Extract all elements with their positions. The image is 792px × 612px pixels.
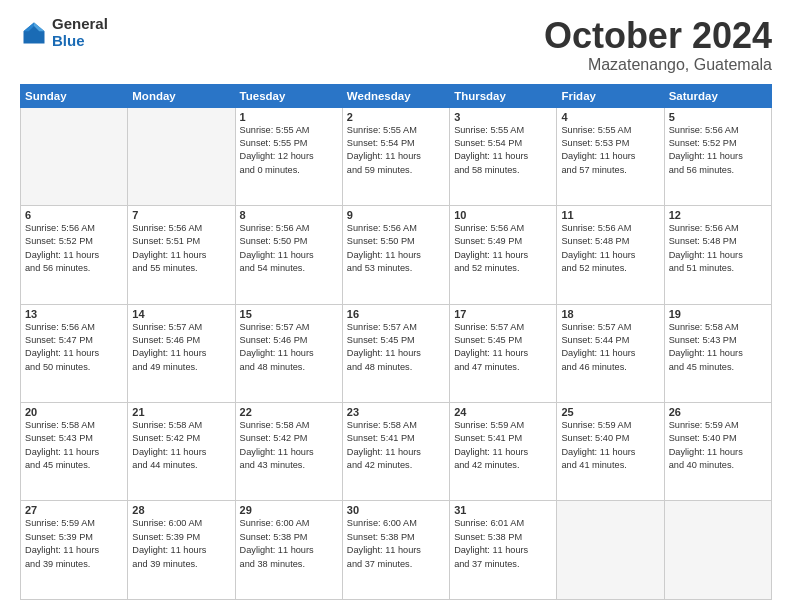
calendar-cell: 17Sunrise: 5:57 AM Sunset: 5:45 PM Dayli… (450, 304, 557, 402)
day-number: 15 (240, 308, 338, 320)
weekday-header-wednesday: Wednesday (342, 84, 449, 107)
day-info: Sunrise: 5:57 AM Sunset: 5:44 PM Dayligh… (561, 321, 659, 374)
calendar-cell: 5Sunrise: 5:56 AM Sunset: 5:52 PM Daylig… (664, 107, 771, 205)
day-info: Sunrise: 5:55 AM Sunset: 5:54 PM Dayligh… (347, 124, 445, 177)
day-info: Sunrise: 5:55 AM Sunset: 5:54 PM Dayligh… (454, 124, 552, 177)
calendar-cell: 4Sunrise: 5:55 AM Sunset: 5:53 PM Daylig… (557, 107, 664, 205)
calendar-table: SundayMondayTuesdayWednesdayThursdayFrid… (20, 84, 772, 600)
day-info: Sunrise: 6:01 AM Sunset: 5:38 PM Dayligh… (454, 517, 552, 570)
calendar-cell: 28Sunrise: 6:00 AM Sunset: 5:39 PM Dayli… (128, 501, 235, 600)
day-number: 22 (240, 406, 338, 418)
weekday-header-friday: Friday (557, 84, 664, 107)
weekday-header-thursday: Thursday (450, 84, 557, 107)
day-info: Sunrise: 5:57 AM Sunset: 5:45 PM Dayligh… (454, 321, 552, 374)
calendar-cell: 15Sunrise: 5:57 AM Sunset: 5:46 PM Dayli… (235, 304, 342, 402)
week-row-1: 1Sunrise: 5:55 AM Sunset: 5:55 PM Daylig… (21, 107, 772, 205)
day-number: 5 (669, 111, 767, 123)
day-number: 27 (25, 504, 123, 516)
calendar-cell: 10Sunrise: 5:56 AM Sunset: 5:49 PM Dayli… (450, 206, 557, 304)
calendar-cell: 12Sunrise: 5:56 AM Sunset: 5:48 PM Dayli… (664, 206, 771, 304)
calendar-cell: 2Sunrise: 5:55 AM Sunset: 5:54 PM Daylig… (342, 107, 449, 205)
day-number: 11 (561, 209, 659, 221)
day-info: Sunrise: 5:56 AM Sunset: 5:48 PM Dayligh… (561, 222, 659, 275)
calendar-cell: 7Sunrise: 5:56 AM Sunset: 5:51 PM Daylig… (128, 206, 235, 304)
day-number: 9 (347, 209, 445, 221)
day-number: 20 (25, 406, 123, 418)
day-number: 30 (347, 504, 445, 516)
day-number: 3 (454, 111, 552, 123)
calendar-cell: 3Sunrise: 5:55 AM Sunset: 5:54 PM Daylig… (450, 107, 557, 205)
day-number: 10 (454, 209, 552, 221)
calendar-cell: 13Sunrise: 5:56 AM Sunset: 5:47 PM Dayli… (21, 304, 128, 402)
day-number: 19 (669, 308, 767, 320)
calendar-cell: 19Sunrise: 5:58 AM Sunset: 5:43 PM Dayli… (664, 304, 771, 402)
day-number: 24 (454, 406, 552, 418)
day-number: 31 (454, 504, 552, 516)
calendar-cell: 8Sunrise: 5:56 AM Sunset: 5:50 PM Daylig… (235, 206, 342, 304)
calendar-cell: 21Sunrise: 5:58 AM Sunset: 5:42 PM Dayli… (128, 403, 235, 501)
calendar-cell: 1Sunrise: 5:55 AM Sunset: 5:55 PM Daylig… (235, 107, 342, 205)
calendar-cell: 23Sunrise: 5:58 AM Sunset: 5:41 PM Dayli… (342, 403, 449, 501)
title-block: October 2024 Mazatenango, Guatemala (544, 16, 772, 74)
day-info: Sunrise: 6:00 AM Sunset: 5:38 PM Dayligh… (240, 517, 338, 570)
week-row-4: 20Sunrise: 5:58 AM Sunset: 5:43 PM Dayli… (21, 403, 772, 501)
day-info: Sunrise: 5:58 AM Sunset: 5:42 PM Dayligh… (132, 419, 230, 472)
day-info: Sunrise: 5:59 AM Sunset: 5:40 PM Dayligh… (561, 419, 659, 472)
day-number: 18 (561, 308, 659, 320)
day-number: 23 (347, 406, 445, 418)
calendar-cell: 27Sunrise: 5:59 AM Sunset: 5:39 PM Dayli… (21, 501, 128, 600)
day-info: Sunrise: 5:57 AM Sunset: 5:45 PM Dayligh… (347, 321, 445, 374)
day-info: Sunrise: 5:56 AM Sunset: 5:51 PM Dayligh… (132, 222, 230, 275)
weekday-header-monday: Monday (128, 84, 235, 107)
calendar-cell (21, 107, 128, 205)
calendar-cell: 30Sunrise: 6:00 AM Sunset: 5:38 PM Dayli… (342, 501, 449, 600)
calendar-cell: 31Sunrise: 6:01 AM Sunset: 5:38 PM Dayli… (450, 501, 557, 600)
calendar-cell: 11Sunrise: 5:56 AM Sunset: 5:48 PM Dayli… (557, 206, 664, 304)
day-info: Sunrise: 5:57 AM Sunset: 5:46 PM Dayligh… (240, 321, 338, 374)
calendar-cell: 6Sunrise: 5:56 AM Sunset: 5:52 PM Daylig… (21, 206, 128, 304)
day-info: Sunrise: 5:56 AM Sunset: 5:52 PM Dayligh… (25, 222, 123, 275)
day-info: Sunrise: 5:57 AM Sunset: 5:46 PM Dayligh… (132, 321, 230, 374)
day-number: 21 (132, 406, 230, 418)
day-number: 25 (561, 406, 659, 418)
day-number: 1 (240, 111, 338, 123)
logo-icon (20, 19, 48, 47)
logo-text: General Blue (52, 16, 108, 49)
day-number: 7 (132, 209, 230, 221)
day-number: 8 (240, 209, 338, 221)
day-info: Sunrise: 5:56 AM Sunset: 5:50 PM Dayligh… (240, 222, 338, 275)
day-info: Sunrise: 5:59 AM Sunset: 5:39 PM Dayligh… (25, 517, 123, 570)
calendar-header: SundayMondayTuesdayWednesdayThursdayFrid… (21, 84, 772, 107)
month-title: October 2024 (544, 16, 772, 56)
day-info: Sunrise: 5:55 AM Sunset: 5:55 PM Dayligh… (240, 124, 338, 177)
day-info: Sunrise: 5:59 AM Sunset: 5:41 PM Dayligh… (454, 419, 552, 472)
header: General Blue October 2024 Mazatenango, G… (20, 16, 772, 74)
day-info: Sunrise: 5:56 AM Sunset: 5:50 PM Dayligh… (347, 222, 445, 275)
day-info: Sunrise: 5:59 AM Sunset: 5:40 PM Dayligh… (669, 419, 767, 472)
logo-general-text: General (52, 16, 108, 33)
day-info: Sunrise: 5:55 AM Sunset: 5:53 PM Dayligh… (561, 124, 659, 177)
day-number: 12 (669, 209, 767, 221)
day-info: Sunrise: 5:56 AM Sunset: 5:48 PM Dayligh… (669, 222, 767, 275)
day-number: 14 (132, 308, 230, 320)
calendar-cell: 14Sunrise: 5:57 AM Sunset: 5:46 PM Dayli… (128, 304, 235, 402)
day-info: Sunrise: 5:56 AM Sunset: 5:49 PM Dayligh… (454, 222, 552, 275)
day-number: 28 (132, 504, 230, 516)
calendar-body: 1Sunrise: 5:55 AM Sunset: 5:55 PM Daylig… (21, 107, 772, 599)
calendar-cell: 24Sunrise: 5:59 AM Sunset: 5:41 PM Dayli… (450, 403, 557, 501)
day-info: Sunrise: 5:58 AM Sunset: 5:43 PM Dayligh… (25, 419, 123, 472)
week-row-2: 6Sunrise: 5:56 AM Sunset: 5:52 PM Daylig… (21, 206, 772, 304)
logo: General Blue (20, 16, 108, 49)
day-number: 6 (25, 209, 123, 221)
day-number: 4 (561, 111, 659, 123)
day-number: 17 (454, 308, 552, 320)
calendar-cell: 20Sunrise: 5:58 AM Sunset: 5:43 PM Dayli… (21, 403, 128, 501)
logo-blue-text: Blue (52, 33, 108, 50)
day-info: Sunrise: 5:56 AM Sunset: 5:47 PM Dayligh… (25, 321, 123, 374)
calendar-cell (128, 107, 235, 205)
day-info: Sunrise: 5:56 AM Sunset: 5:52 PM Dayligh… (669, 124, 767, 177)
location-title: Mazatenango, Guatemala (544, 56, 772, 74)
day-info: Sunrise: 5:58 AM Sunset: 5:42 PM Dayligh… (240, 419, 338, 472)
week-row-3: 13Sunrise: 5:56 AM Sunset: 5:47 PM Dayli… (21, 304, 772, 402)
calendar-cell (664, 501, 771, 600)
